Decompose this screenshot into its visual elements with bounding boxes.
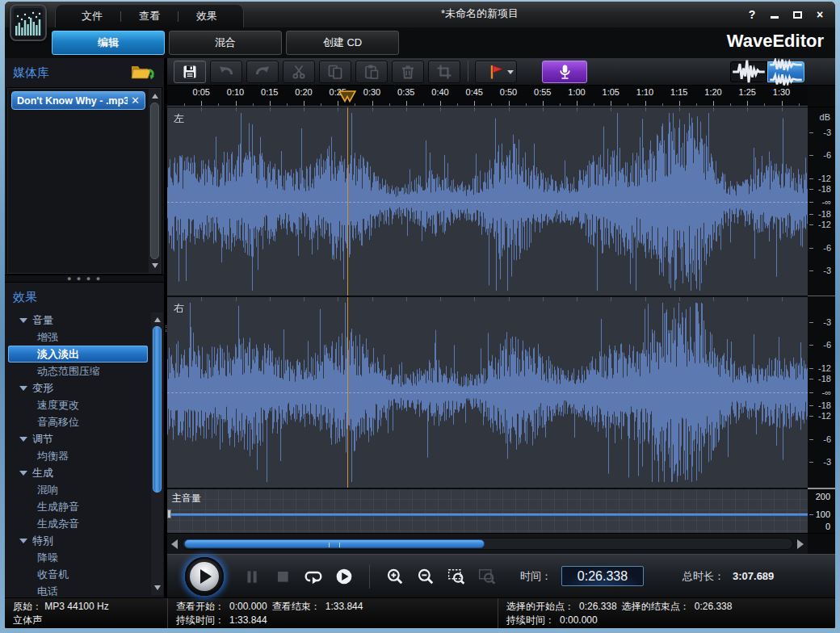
effects-scrollbar[interactable] (151, 312, 163, 595)
hscroll-track[interactable] (182, 538, 793, 550)
effects-item[interactable]: 收音机 (8, 566, 148, 583)
media-item[interactable]: Don't Know Why - .mp3✕ (11, 91, 145, 110)
effects-item[interactable]: 生成静音 (8, 498, 148, 515)
play-selection-button[interactable] (329, 562, 359, 591)
media-scrollbar[interactable] (149, 89, 161, 273)
scroll-down-icon[interactable] (149, 260, 161, 271)
effects-item[interactable]: 速度更改 (8, 396, 148, 413)
menu-item-effects[interactable]: 效果 (178, 5, 235, 27)
time-input[interactable] (561, 566, 644, 586)
effects-item[interactable]: 电话 (8, 583, 148, 596)
sidebar-splitter[interactable]: ● ● ● ● (5, 275, 164, 283)
db-tick (809, 416, 813, 417)
zoom-in-button[interactable] (380, 562, 410, 591)
ruler-tick (253, 103, 254, 106)
play-button[interactable] (185, 557, 224, 596)
master-volume-handle[interactable] (167, 509, 171, 518)
pause-button[interactable] (237, 562, 267, 591)
effects-group[interactable]: 变形 (8, 379, 148, 396)
collapse-arrow-icon[interactable] (19, 539, 27, 543)
playhead-line[interactable] (347, 297, 348, 488)
effects-group[interactable]: 特别 (8, 532, 148, 549)
close-button[interactable]: × (814, 8, 825, 21)
playhead-marker[interactable] (338, 90, 356, 106)
delete-button[interactable] (392, 61, 424, 83)
effects-item[interactable]: 混响 (8, 481, 148, 498)
dropdown-arrow-icon[interactable] (507, 70, 514, 74)
effects-item[interactable]: 动态范围压缩 (8, 363, 148, 379)
scroll-left-icon[interactable] (167, 534, 182, 554)
record-button[interactable] (542, 61, 587, 83)
zoom-out-button[interactable] (410, 562, 441, 591)
save-button[interactable] (174, 61, 206, 83)
effects-item[interactable]: 增强 (8, 329, 148, 346)
master-volume-track[interactable]: 主音量 (167, 488, 808, 533)
waveform-dual-view-icon (768, 54, 804, 90)
delete-icon (400, 64, 416, 80)
tab-mix[interactable]: 混合 (169, 31, 282, 55)
effects-item[interactable]: 淡入淡出 (8, 346, 148, 363)
zoom-selection-button[interactable] (441, 562, 472, 591)
timeline-ruler[interactable]: 0:050:100:150:200:250:300:350:400:450:50… (167, 86, 808, 107)
collapse-arrow-icon[interactable] (19, 437, 27, 442)
effects-item[interactable]: 降噪 (8, 549, 148, 566)
scroll-up-icon[interactable] (151, 314, 163, 325)
effects-item[interactable]: 生成杂音 (8, 515, 148, 532)
collapse-arrow-icon[interactable] (19, 386, 27, 391)
horizontal-scrollbar[interactable] (167, 533, 808, 554)
zoom-fit-button[interactable] (472, 562, 502, 591)
effects-group[interactable]: 音量 (8, 312, 148, 329)
loop-button[interactable] (298, 562, 329, 591)
total-duration-label: 总时长： (682, 569, 724, 584)
collapse-arrow-icon[interactable] (19, 471, 27, 476)
redo-button[interactable] (246, 61, 279, 83)
window-frame: 文件查看效果 *未命名的新项目 ? × 编辑混合创建 CD WaveEditor… (0, 0, 840, 633)
tab-edit[interactable]: 编辑 (52, 31, 165, 55)
toolbar-separator (468, 61, 468, 82)
db-tick (809, 270, 813, 271)
effects-item[interactable]: 音高移位 (8, 413, 148, 430)
hscroll-thumb[interactable] (184, 539, 485, 548)
collapse-arrow-icon[interactable] (19, 318, 27, 323)
undo-icon (218, 64, 234, 80)
effects-group[interactable]: 生成 (8, 464, 148, 481)
db-scale-left: dB-3-6-12-18-∞-18-12-6-3 (808, 107, 835, 296)
ruler-tick (696, 103, 697, 106)
effects-scrollbar-thumb[interactable] (153, 326, 162, 493)
scroll-right-icon[interactable] (793, 534, 808, 554)
db-value-label: -∞ (821, 388, 831, 397)
playhead-line[interactable] (347, 107, 348, 296)
save-icon (182, 64, 198, 80)
undo-button[interactable] (210, 61, 242, 83)
flag-marker-button[interactable] (475, 61, 517, 83)
media-scrollbar-thumb[interactable] (150, 103, 159, 259)
db-value-label: -12 (818, 411, 831, 421)
effects-group[interactable]: 调节 (8, 430, 148, 447)
effects-item-label: 变形 (32, 382, 53, 394)
scroll-up-icon[interactable] (149, 90, 161, 102)
remove-media-icon[interactable]: ✕ (131, 94, 140, 107)
tab-create-cd[interactable]: 创建 CD (286, 31, 399, 55)
selection-start-label: 选择的开始点： (506, 600, 574, 614)
stop-button[interactable] (267, 562, 298, 591)
master-volume-line[interactable] (167, 514, 808, 516)
waveform-dual-view-button[interactable] (767, 61, 804, 82)
paste-button[interactable] (355, 61, 388, 83)
import-media-button[interactable] (130, 62, 156, 82)
view-duration-value: 1:33.844 (229, 614, 267, 627)
copy-button[interactable] (319, 61, 351, 83)
trim-button[interactable] (428, 61, 460, 83)
effects-item[interactable]: 均衡器 (8, 447, 148, 464)
help-button[interactable]: ? (746, 8, 758, 21)
waveform-single-view-button[interactable] (730, 61, 767, 82)
effects-title: 效果 (13, 290, 37, 305)
cut-button[interactable] (283, 61, 315, 83)
scale-100: 100 (816, 509, 830, 519)
menu-item-file[interactable]: 文件 (64, 5, 120, 27)
app-brand: WaveEditor (727, 31, 824, 52)
scroll-down-icon[interactable] (151, 582, 163, 593)
restore-button[interactable] (792, 8, 803, 21)
menu-item-view[interactable]: 查看 (121, 5, 178, 27)
effects-item-label: 生成静音 (37, 501, 79, 513)
minimize-button[interactable] (769, 8, 780, 21)
